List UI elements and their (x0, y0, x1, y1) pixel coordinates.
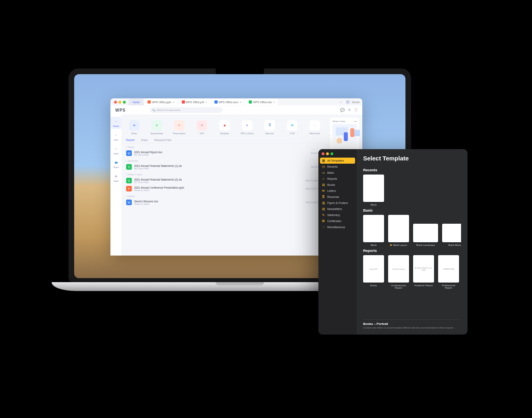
app-spreadsheet[interactable]: SSpreadsheet (150, 120, 163, 135)
template-tile[interactable]: Easy DecoratingContemporary Report (388, 255, 409, 289)
section-basic-label: Basic (363, 208, 461, 212)
app-icon: ◉ (219, 120, 230, 131)
section-recents-label: Recents (363, 168, 461, 172)
file-tab-recent[interactable]: Recent (126, 139, 135, 141)
category-recents[interactable]: ◷Recents (318, 164, 357, 170)
close-icon[interactable]: × (205, 100, 207, 104)
app-pdf[interactable]: PPDF (195, 120, 208, 135)
minimize-icon[interactable] (118, 101, 121, 104)
category-icon: ▦ (322, 159, 325, 162)
category-stationery[interactable]: ✎Stationery (318, 212, 357, 218)
close-icon[interactable]: × (172, 100, 175, 104)
category-label: Miscellaneous (327, 226, 345, 229)
template-tile[interactable]: Blank (363, 215, 384, 246)
sidebar-item-apps[interactable]: ▦Apps (110, 172, 122, 184)
sidebar-item-team[interactable]: 👥Team (110, 158, 122, 170)
file-row[interactable]: WSteve's Resume.docShare by Steve2021-12… (126, 198, 323, 206)
template-tile[interactable]: Blank Black (442, 215, 461, 246)
app-icon: P (174, 120, 185, 131)
maximize-icon[interactable] (123, 101, 126, 104)
document-tab[interactable]: WPS Office.xlsx× (245, 99, 278, 105)
traffic-lights[interactable] (318, 152, 357, 158)
filter-icon[interactable]: ☰ (354, 108, 357, 112)
minimize-icon[interactable] (326, 152, 329, 155)
close-icon[interactable]: × (273, 100, 275, 104)
notification-badge[interactable]: 1 (346, 100, 350, 104)
category-letters[interactable]: ✉Letters (318, 188, 357, 194)
app-label: Writer (128, 132, 141, 135)
app-label: More tools (308, 132, 321, 135)
file-section-label: • Earlier (126, 193, 323, 198)
file-row[interactable]: P2021 Annual Conference Presentation.ppt… (126, 185, 323, 193)
template-tile[interactable]: Blank Landscape (413, 215, 438, 246)
people-icon: 👥 (113, 160, 119, 165)
close-icon[interactable] (322, 152, 324, 155)
grid-recents: Blank (363, 175, 461, 206)
document-tab[interactable]: WPS Office.pptx× (144, 99, 177, 105)
wps-sidebar: ⌂Home＋New▭Open👥Team▦Apps (110, 114, 122, 256)
template-main: Select Template Recents Blank Basic Blan… (357, 149, 468, 335)
category-miscellaneous[interactable]: ⋯Miscellaneous (318, 224, 357, 230)
gear-icon[interactable]: ⚙ (348, 108, 351, 112)
file-list: • TodayW2021 Annual Report.docMy Cloud F… (126, 143, 323, 206)
sidebar-item-new[interactable]: ＋New (110, 131, 122, 143)
template-tile[interactable]: Blank Layout (388, 215, 409, 246)
app-writer[interactable]: WWriter (128, 120, 141, 135)
category-icon: ▥ (322, 201, 325, 205)
category-certificates[interactable]: ✪Certificates (318, 218, 357, 224)
more-icon[interactable]: ••• (354, 120, 357, 123)
file-row[interactable]: S2021 Annual Financial Statements (1).xl… (126, 163, 323, 171)
category-icon: ≣ (322, 195, 325, 199)
file-row[interactable]: W2021 Annual Report.docMy Cloud Files01-… (126, 149, 323, 157)
user-area[interactable]: 1 Steven (346, 100, 360, 104)
template-label: Academic Report (413, 284, 434, 287)
footer-section: Books – Portrait Content can reflow to a… (363, 319, 461, 329)
footer-title: Books – Portrait (363, 322, 461, 326)
plus-circle-icon: ＋ (113, 132, 119, 138)
file-tab-received-files[interactable]: Received Files (154, 139, 172, 141)
template-thumbnail (363, 175, 384, 202)
chat-icon[interactable]: 💬 (340, 108, 345, 112)
app-resume[interactable]: ≣Resume (263, 120, 276, 135)
template-tile[interactable]: LOREM IPSUMProfessional Report (438, 255, 459, 289)
file-name: 2021 Annual Financial Statements (1).xls (134, 164, 182, 167)
traffic-lights[interactable] (113, 101, 127, 104)
category-newsletters[interactable]: ▤Newsletters (318, 206, 357, 212)
tab-home[interactable]: Home (129, 99, 143, 105)
add-tab-button[interactable]: + (338, 99, 344, 105)
file-section-label: • Today (126, 143, 323, 149)
category-reports[interactable]: ⌂Reports (318, 176, 357, 182)
doc-type-icon (182, 100, 185, 104)
search-input[interactable]: 🔍 Search for documents (150, 107, 222, 113)
sidebar-item-home[interactable]: ⌂Home (110, 117, 122, 129)
maximize-icon[interactable] (330, 152, 333, 155)
category-resumes[interactable]: ≣Resumes (318, 194, 357, 200)
template-tile[interactable]: Blank (363, 175, 384, 206)
sidebar-item-open[interactable]: ▭Open (110, 144, 122, 156)
app-ocr[interactable]: ⦿OCR (286, 120, 299, 135)
app-presentation[interactable]: PPresentation (173, 120, 186, 135)
document-tab[interactable]: WPS Office.docx× (211, 99, 245, 105)
category-label: Recents (327, 165, 338, 168)
category-books[interactable]: ▤Books (318, 182, 357, 188)
template-tile[interactable]: Academic Report Cover PageAcademic Repor… (413, 255, 434, 289)
app-template[interactable]: ◉Template (218, 120, 231, 135)
template-thumbnail: Academic Report Cover Page (413, 255, 434, 283)
app-pdf-to-word[interactable]: DPDF to Word (241, 120, 254, 135)
file-tab-share[interactable]: Share (141, 139, 148, 141)
category-all-templates[interactable]: ▦All Templates (320, 158, 355, 164)
whats-new-card[interactable]: What's New ••• (330, 118, 359, 154)
wps-titlebar: HomeWPS Office.pptx×WPS Office.pdf×WPS O… (110, 98, 362, 106)
category-icon: ✪ (322, 219, 325, 223)
close-icon[interactable] (114, 101, 117, 104)
category-basic[interactable]: ▭Basic (318, 170, 357, 176)
category-icon: ▭ (322, 171, 325, 175)
document-tab[interactable]: WPS Office.pdf× (179, 99, 210, 105)
template-tile[interactable]: Essay TitleEssay (363, 255, 384, 289)
close-icon[interactable]: × (240, 100, 242, 104)
category-flyers-posters[interactable]: ▥Flyers & Posters (318, 200, 357, 206)
user-name: Steven (352, 101, 360, 104)
sidebar-item-label: Open (110, 152, 122, 155)
app-more-tools[interactable]: ⋯More tools (308, 120, 321, 135)
file-row[interactable]: S2021 Annual Financial Statements (2).xl… (126, 177, 323, 185)
